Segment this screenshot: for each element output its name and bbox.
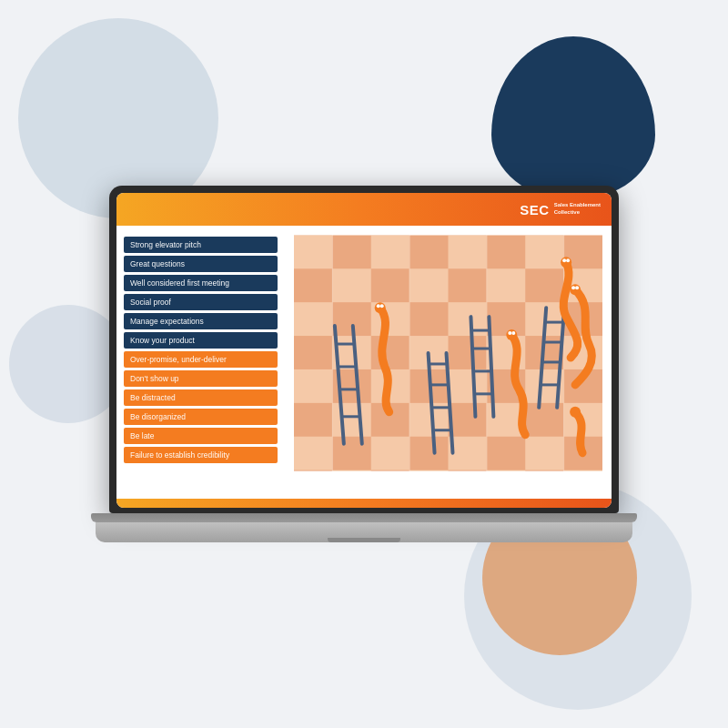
list-item-blue-1: Strong elevator pitch bbox=[124, 237, 278, 253]
checkerboard bbox=[294, 235, 602, 471]
screen-content: SEC Sales Enablement Collective Strong e… bbox=[116, 193, 612, 508]
list-item-blue-4: Social proof bbox=[124, 294, 278, 310]
list-item-orange-1: Over-promise, under-deliver bbox=[124, 351, 278, 368]
list-item-orange-6: Failure to establish credibility bbox=[124, 447, 278, 463]
brand-name: SEC bbox=[520, 202, 549, 217]
sec-logo: SEC Sales Enablement Collective bbox=[520, 202, 601, 217]
list-item-blue-3: Well considered first meeting bbox=[124, 275, 278, 291]
laptop-screen: SEC Sales Enablement Collective Strong e… bbox=[109, 186, 619, 513]
list-item-orange-5: Be late bbox=[124, 428, 278, 444]
slide-header: SEC Sales Enablement Collective bbox=[116, 193, 612, 226]
slide-footer bbox=[116, 499, 612, 508]
laptop-hinge bbox=[91, 513, 637, 522]
list-item-blue-6: Know your product bbox=[124, 332, 278, 349]
bg-shape-top-right bbox=[491, 36, 655, 200]
brand-line2: Collective bbox=[554, 209, 601, 217]
brand-subtitle: Sales Enablement Collective bbox=[554, 202, 601, 217]
list-item-orange-3: Be distracted bbox=[124, 389, 278, 406]
list-item-blue-2: Great questions bbox=[124, 256, 278, 272]
slide-body: Strong elevator pitch Great questions We… bbox=[116, 226, 612, 499]
list-item-orange-4: Be disorganized bbox=[124, 409, 278, 425]
list-item-orange-2: Don't show up bbox=[124, 370, 278, 387]
brand-line1: Sales Enablement bbox=[554, 202, 601, 209]
game-board-panel bbox=[285, 226, 612, 499]
list-item-blue-5: Manage expectations bbox=[124, 313, 278, 329]
laptop: SEC Sales Enablement Collective Strong e… bbox=[100, 186, 628, 542]
laptop-base bbox=[96, 522, 632, 542]
slide-list-panel: Strong elevator pitch Great questions We… bbox=[116, 226, 285, 499]
